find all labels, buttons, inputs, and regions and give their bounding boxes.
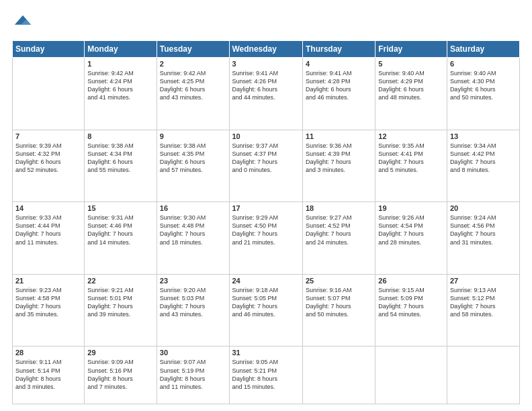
calendar-cell: [302, 347, 375, 404]
day-number: 6: [450, 60, 517, 68]
day-number: 16: [160, 204, 226, 212]
calendar-cell: 31Sunrise: 9:05 AM Sunset: 5:21 PM Dayli…: [229, 347, 302, 404]
day-info: Sunrise: 9:40 AM Sunset: 4:29 PM Dayligh…: [378, 69, 444, 102]
day-number: 12: [378, 132, 444, 140]
day-info: Sunrise: 9:36 AM Sunset: 4:39 PM Dayligh…: [306, 142, 372, 175]
day-info: Sunrise: 9:05 AM Sunset: 5:21 PM Dayligh…: [232, 358, 300, 391]
calendar-cell: 28Sunrise: 9:11 AM Sunset: 5:14 PM Dayli…: [13, 347, 85, 404]
calendar-cell: 20Sunrise: 9:24 AM Sunset: 4:56 PM Dayli…: [447, 202, 519, 275]
day-info: Sunrise: 9:30 AM Sunset: 4:48 PM Dayligh…: [160, 214, 226, 246]
calendar-cell: 21Sunrise: 9:23 AM Sunset: 4:58 PM Dayli…: [13, 274, 85, 347]
day-number: 27: [450, 277, 517, 285]
calendar-cell: 25Sunrise: 9:16 AM Sunset: 5:07 PM Dayli…: [302, 274, 375, 347]
day-number: 14: [15, 204, 81, 212]
calendar-cell: 9Sunrise: 9:38 AM Sunset: 4:35 PM Daylig…: [157, 130, 229, 202]
day-info: Sunrise: 9:24 AM Sunset: 4:56 PM Dayligh…: [450, 214, 517, 246]
day-number: 5: [378, 60, 444, 68]
day-number: 10: [232, 132, 300, 140]
day-number: 7: [15, 132, 81, 140]
day-number: 29: [87, 349, 153, 357]
day-number: 13: [450, 132, 517, 140]
calendar-cell: [447, 347, 519, 404]
weekday-header-sunday: Sunday: [13, 41, 85, 58]
day-number: 23: [160, 277, 226, 285]
day-number: 25: [306, 277, 372, 285]
day-info: Sunrise: 9:33 AM Sunset: 4:44 PM Dayligh…: [15, 214, 81, 246]
day-number: 17: [232, 204, 300, 212]
calendar-cell: 12Sunrise: 9:35 AM Sunset: 4:41 PM Dayli…: [375, 130, 447, 202]
day-info: Sunrise: 9:39 AM Sunset: 4:32 PM Dayligh…: [15, 142, 81, 175]
page: SundayMondayTuesdayWednesdayThursdayFrid…: [0, 0, 532, 411]
day-number: 19: [378, 204, 444, 212]
day-info: Sunrise: 9:21 AM Sunset: 5:01 PM Dayligh…: [87, 286, 153, 319]
day-info: Sunrise: 9:07 AM Sunset: 5:19 PM Dayligh…: [160, 358, 226, 391]
weekday-header-saturday: Saturday: [447, 41, 519, 58]
calendar-cell: 8Sunrise: 9:38 AM Sunset: 4:34 PM Daylig…: [85, 130, 157, 202]
day-info: Sunrise: 9:38 AM Sunset: 4:35 PM Dayligh…: [160, 142, 226, 175]
day-info: Sunrise: 9:16 AM Sunset: 5:07 PM Dayligh…: [306, 286, 372, 319]
calendar-week-row: 1Sunrise: 9:42 AM Sunset: 4:24 PM Daylig…: [13, 58, 520, 130]
weekday-header-friday: Friday: [375, 41, 447, 58]
calendar-cell: 22Sunrise: 9:21 AM Sunset: 5:01 PM Dayli…: [85, 274, 157, 347]
header: [12, 12, 520, 34]
day-number: 28: [15, 349, 81, 357]
day-number: 20: [450, 204, 517, 212]
day-number: 2: [160, 60, 226, 68]
day-info: Sunrise: 9:18 AM Sunset: 5:05 PM Dayligh…: [232, 286, 300, 319]
day-info: Sunrise: 9:15 AM Sunset: 5:09 PM Dayligh…: [378, 286, 444, 319]
day-info: Sunrise: 9:11 AM Sunset: 5:14 PM Dayligh…: [15, 358, 81, 391]
calendar-cell: 15Sunrise: 9:31 AM Sunset: 4:46 PM Dayli…: [85, 202, 157, 275]
day-info: Sunrise: 9:13 AM Sunset: 5:12 PM Dayligh…: [450, 286, 517, 319]
calendar-cell: 3Sunrise: 9:41 AM Sunset: 4:26 PM Daylig…: [229, 58, 302, 130]
day-number: 11: [306, 132, 372, 140]
calendar-cell: 4Sunrise: 9:41 AM Sunset: 4:28 PM Daylig…: [302, 58, 375, 130]
calendar-week-row: 7Sunrise: 9:39 AM Sunset: 4:32 PM Daylig…: [13, 130, 520, 202]
day-info: Sunrise: 9:31 AM Sunset: 4:46 PM Dayligh…: [87, 214, 153, 246]
day-info: Sunrise: 9:26 AM Sunset: 4:54 PM Dayligh…: [378, 214, 444, 246]
day-number: 18: [306, 204, 372, 212]
logo-icon: [13, 12, 32, 31]
calendar-cell: 24Sunrise: 9:18 AM Sunset: 5:05 PM Dayli…: [229, 274, 302, 347]
day-number: 1: [87, 60, 153, 68]
day-number: 31: [232, 349, 300, 357]
day-number: 22: [87, 277, 153, 285]
calendar-cell: 16Sunrise: 9:30 AM Sunset: 4:48 PM Dayli…: [157, 202, 229, 275]
calendar-cell: [375, 347, 447, 404]
calendar-cell: 19Sunrise: 9:26 AM Sunset: 4:54 PM Dayli…: [375, 202, 447, 275]
day-number: 3: [232, 60, 300, 68]
day-info: Sunrise: 9:41 AM Sunset: 4:26 PM Dayligh…: [232, 69, 300, 102]
day-info: Sunrise: 9:23 AM Sunset: 4:58 PM Dayligh…: [15, 286, 81, 319]
weekday-header-monday: Monday: [85, 41, 157, 58]
day-number: 30: [160, 349, 226, 357]
calendar-cell: 13Sunrise: 9:34 AM Sunset: 4:42 PM Dayli…: [447, 130, 519, 202]
calendar-cell: 17Sunrise: 9:29 AM Sunset: 4:50 PM Dayli…: [229, 202, 302, 275]
day-info: Sunrise: 9:42 AM Sunset: 4:25 PM Dayligh…: [160, 69, 226, 102]
weekday-header-row: SundayMondayTuesdayWednesdayThursdayFrid…: [13, 41, 520, 58]
calendar-week-row: 14Sunrise: 9:33 AM Sunset: 4:44 PM Dayli…: [13, 202, 520, 275]
calendar-cell: 18Sunrise: 9:27 AM Sunset: 4:52 PM Dayli…: [302, 202, 375, 275]
day-info: Sunrise: 9:09 AM Sunset: 5:16 PM Dayligh…: [87, 358, 153, 391]
day-number: 26: [378, 277, 444, 285]
day-info: Sunrise: 9:34 AM Sunset: 4:42 PM Dayligh…: [450, 142, 517, 175]
day-number: 24: [232, 277, 300, 285]
weekday-header-tuesday: Tuesday: [157, 41, 229, 58]
calendar-cell: 5Sunrise: 9:40 AM Sunset: 4:29 PM Daylig…: [375, 58, 447, 130]
day-info: Sunrise: 9:37 AM Sunset: 4:37 PM Dayligh…: [232, 142, 300, 175]
day-number: 4: [306, 60, 372, 68]
day-number: 9: [160, 132, 226, 140]
calendar-cell: 14Sunrise: 9:33 AM Sunset: 4:44 PM Dayli…: [13, 202, 85, 275]
day-info: Sunrise: 9:42 AM Sunset: 4:24 PM Dayligh…: [87, 69, 153, 102]
logo: [12, 12, 32, 34]
calendar-cell: 7Sunrise: 9:39 AM Sunset: 4:32 PM Daylig…: [13, 130, 85, 202]
weekday-header-thursday: Thursday: [302, 41, 375, 58]
day-info: Sunrise: 9:35 AM Sunset: 4:41 PM Dayligh…: [378, 142, 444, 175]
calendar-cell: [13, 58, 85, 130]
calendar: SundayMondayTuesdayWednesdayThursdayFrid…: [12, 40, 520, 404]
calendar-table: SundayMondayTuesdayWednesdayThursdayFrid…: [12, 40, 520, 404]
day-number: 8: [87, 132, 153, 140]
calendar-week-row: 21Sunrise: 9:23 AM Sunset: 4:58 PM Dayli…: [13, 274, 520, 347]
day-number: 15: [87, 204, 153, 212]
calendar-cell: 29Sunrise: 9:09 AM Sunset: 5:16 PM Dayli…: [85, 347, 157, 404]
calendar-cell: 10Sunrise: 9:37 AM Sunset: 4:37 PM Dayli…: [229, 130, 302, 202]
day-info: Sunrise: 9:38 AM Sunset: 4:34 PM Dayligh…: [87, 142, 153, 175]
